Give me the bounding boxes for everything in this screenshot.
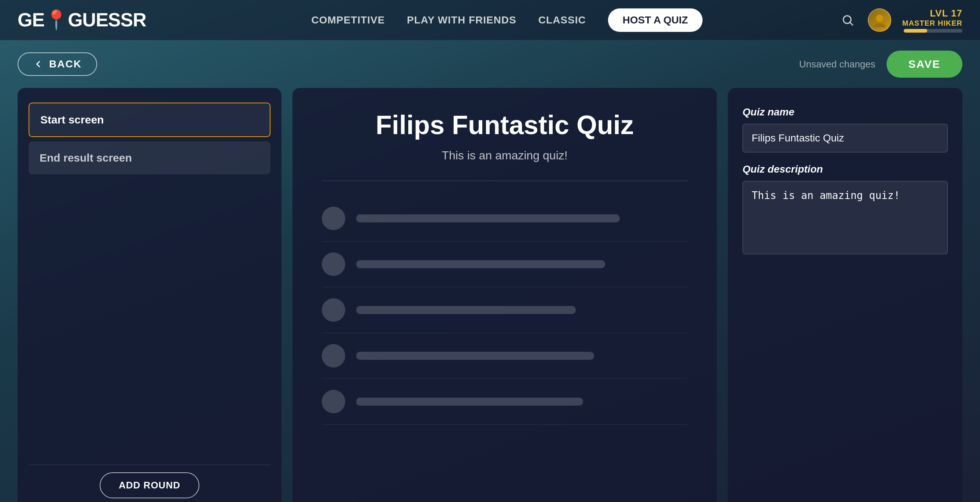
back-button[interactable]: BACK bbox=[18, 52, 97, 76]
quiz-name-field-group: Quiz name bbox=[743, 106, 948, 153]
main-content: Start screen End result screen ADD ROUND… bbox=[0, 88, 980, 502]
start-screen-label: Start screen bbox=[40, 114, 104, 126]
quiz-description-field-group: Quiz description bbox=[743, 164, 948, 256]
placeholder-row bbox=[322, 379, 687, 425]
avatar[interactable] bbox=[868, 8, 891, 32]
save-button[interactable]: SAVE bbox=[886, 51, 963, 78]
svg-point-2 bbox=[876, 15, 883, 22]
placeholder-circle bbox=[322, 298, 345, 322]
placeholder-row bbox=[322, 196, 687, 241]
left-panel: Start screen End result screen ADD ROUND bbox=[18, 88, 282, 502]
quiz-subtitle: This is an amazing quiz! bbox=[442, 149, 567, 162]
quiz-name-label: Quiz name bbox=[743, 106, 948, 118]
nav-host-a-quiz[interactable]: HOST A QUIZ bbox=[608, 8, 703, 32]
svg-point-0 bbox=[843, 16, 851, 24]
placeholder-row bbox=[322, 333, 687, 379]
quiz-description-label: Quiz description bbox=[743, 164, 948, 175]
quiz-description-input[interactable] bbox=[743, 181, 948, 254]
unsaved-changes-label: Unsaved changes bbox=[799, 59, 875, 70]
placeholder-line bbox=[356, 397, 583, 406]
placeholder-rows bbox=[322, 196, 687, 425]
right-panel: Quiz name Quiz description bbox=[728, 88, 963, 502]
placeholder-line bbox=[356, 352, 594, 360]
user-title: MASTER HIKER bbox=[902, 19, 963, 27]
end-result-label: End result screen bbox=[40, 152, 132, 164]
screen-list: Start screen End result screen bbox=[29, 103, 270, 457]
quiz-name-input[interactable] bbox=[743, 124, 948, 153]
end-result-screen-item[interactable]: End result screen bbox=[29, 141, 270, 175]
placeholder-circle bbox=[322, 207, 345, 230]
add-round-button[interactable]: ADD ROUND bbox=[100, 472, 199, 498]
placeholder-row bbox=[322, 287, 687, 333]
toolbar-right: Unsaved changes SAVE bbox=[799, 51, 963, 78]
main-nav: COMPETITIVE PLAY WITH FRIENDS CLASSIC HO… bbox=[175, 8, 838, 32]
center-divider bbox=[322, 181, 687, 181]
header: GE📍GUESSR COMPETITIVE PLAY WITH FRIENDS … bbox=[0, 0, 980, 40]
back-label: BACK bbox=[49, 58, 82, 70]
left-panel-divider bbox=[29, 465, 270, 465]
center-panel: Filips Funtastic Quiz This is an amazing… bbox=[293, 88, 717, 502]
nav-classic[interactable]: CLASSIC bbox=[538, 14, 586, 26]
placeholder-line bbox=[356, 260, 605, 268]
xp-bar bbox=[904, 29, 963, 33]
placeholder-line bbox=[356, 214, 620, 222]
logo[interactable]: GE📍GUESSR bbox=[18, 9, 146, 31]
toolbar: BACK Unsaved changes SAVE bbox=[0, 40, 980, 88]
start-screen-item[interactable]: Start screen bbox=[29, 103, 270, 137]
search-button[interactable] bbox=[838, 11, 857, 29]
placeholder-circle bbox=[322, 344, 345, 367]
placeholder-circle bbox=[322, 253, 345, 276]
nav-competitive[interactable]: COMPETITIVE bbox=[311, 14, 385, 26]
quiz-title: Filips Funtastic Quiz bbox=[375, 110, 634, 140]
logo-pin: 📍 bbox=[45, 9, 68, 30]
user-level: LVL 17 MASTER HIKER bbox=[902, 8, 963, 33]
svg-point-3 bbox=[874, 23, 885, 27]
level-text: LVL 17 bbox=[930, 8, 963, 19]
placeholder-row bbox=[322, 241, 687, 287]
nav-play-with-friends[interactable]: PLAY WITH FRIENDS bbox=[407, 14, 516, 26]
header-right: LVL 17 MASTER HIKER bbox=[838, 8, 963, 33]
xp-fill bbox=[904, 29, 927, 33]
logo-text: GE📍GUESSR bbox=[18, 9, 146, 31]
back-arrow-icon bbox=[33, 59, 43, 69]
placeholder-circle bbox=[322, 390, 345, 413]
placeholder-line bbox=[356, 306, 576, 314]
svg-line-1 bbox=[850, 22, 853, 25]
